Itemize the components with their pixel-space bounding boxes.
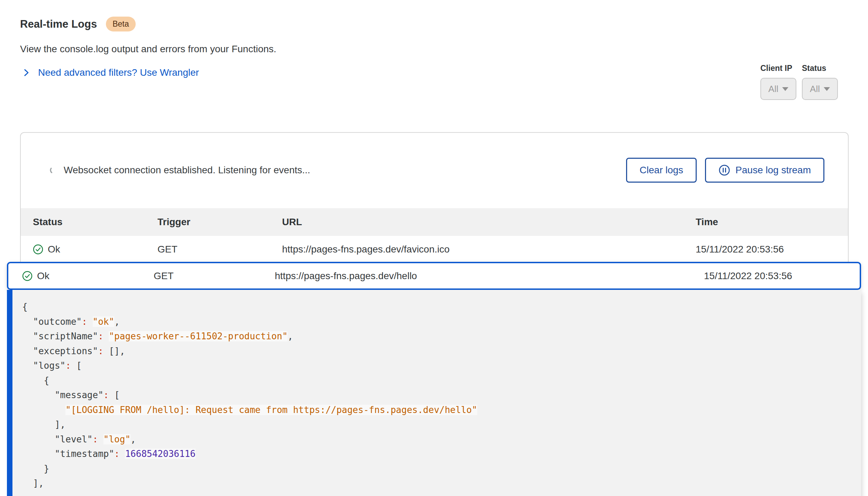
code-line: "scriptName": "pages-worker--611502-prod… [22, 329, 861, 344]
wrangler-link[interactable]: Need advanced filters? Use Wrangler [38, 67, 199, 78]
spinner-icon [49, 166, 58, 175]
wrangler-link-row[interactable]: Need advanced filters? Use Wrangler [21, 67, 199, 78]
connection-status: Websocket connection established. Listen… [49, 165, 310, 176]
json-log-panel: { "outcome": "ok", "scriptName": "pages-… [7, 290, 861, 496]
client-ip-label: Client IP [760, 64, 796, 73]
code-line: "level": "log", [22, 432, 861, 447]
status-ok-icon [22, 271, 33, 281]
toolbar-actions: Clear logs Pause log stream [626, 158, 824, 183]
pause-log-stream-label: Pause log stream [735, 165, 811, 176]
status-cell: Ok [22, 270, 154, 282]
status-text: Ok [37, 270, 49, 282]
code-line: "[LOGGING FROM /hello]: Request came fro… [22, 403, 861, 417]
caret-down-icon [824, 87, 830, 91]
table-row[interactable]: Ok GET https://pages-fns.pages.dev/favic… [21, 236, 848, 263]
expanded-log-row: Ok GET https://pages-fns.pages.dev/hello… [7, 262, 861, 496]
code-line: { [22, 373, 861, 388]
chevron-right-icon [21, 68, 31, 77]
column-header-time: Time [696, 217, 848, 228]
code-line: { [22, 300, 861, 314]
trigger-cell: GET [157, 244, 282, 255]
code-line: ], [22, 476, 861, 491]
url-cell: https://pages-fns.pages.dev/favicon.ico [282, 244, 696, 255]
clear-logs-label: Clear logs [640, 165, 683, 176]
status-ok-icon [33, 244, 43, 255]
client-ip-filter-group: Client IP All [760, 64, 796, 100]
pause-log-stream-button[interactable]: Pause log stream [705, 158, 824, 183]
status-cell: Ok [33, 244, 157, 255]
client-ip-value: All [768, 84, 778, 94]
code-line: "outcome": "ok", [22, 314, 861, 329]
code-line: "exceptions": [], [22, 344, 861, 359]
code-line: "timestamp": 1668542036116 [22, 447, 861, 461]
clear-logs-button[interactable]: Clear logs [626, 158, 697, 183]
status-filter-label: Status [802, 64, 838, 73]
selected-table-row[interactable]: Ok GET https://pages-fns.pages.dev/hello… [7, 262, 861, 290]
table-header: Status Trigger URL Time [21, 208, 848, 236]
code-line: } [22, 461, 861, 476]
page-header: Real-time Logs Beta [20, 17, 136, 31]
column-header-status: Status [33, 217, 157, 228]
code-line: ], [22, 417, 861, 432]
status-dropdown[interactable]: All [802, 78, 838, 100]
trigger-cell: GET [154, 270, 275, 282]
caret-down-icon [782, 87, 788, 91]
time-cell: 15/11/2022 20:53:56 [696, 244, 848, 255]
code-line: "logs": [ [22, 358, 861, 373]
logs-toolbar: Websocket connection established. Listen… [21, 133, 848, 183]
status-filter-value: All [810, 84, 820, 94]
beta-badge: Beta [106, 17, 135, 31]
page-title: Real-time Logs [20, 18, 97, 30]
column-header-trigger: Trigger [157, 217, 282, 228]
code-line: "message": [ [22, 388, 861, 403]
pause-icon [718, 164, 730, 176]
status-filter-group: Status All [802, 64, 838, 100]
time-cell: 15/11/2022 20:53:56 [704, 270, 860, 282]
client-ip-dropdown[interactable]: All [760, 78, 796, 100]
connection-message: Websocket connection established. Listen… [64, 165, 310, 176]
column-header-url: URL [282, 217, 696, 228]
url-cell: https://pages-fns.pages.dev/hello [275, 270, 704, 282]
status-text: Ok [48, 244, 60, 255]
page-subtitle: View the console.log output and errors f… [20, 44, 276, 55]
